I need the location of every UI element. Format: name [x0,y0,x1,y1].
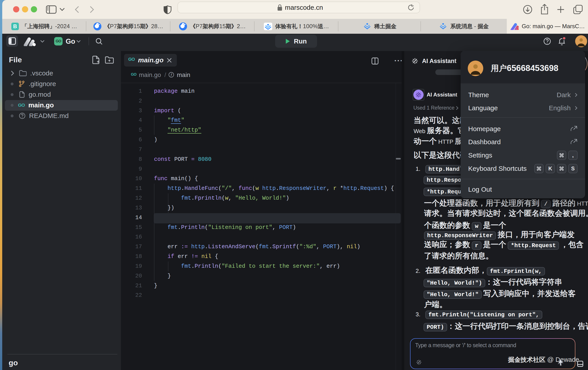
svg-text:f: f [171,73,172,77]
svg-text:B: B [13,23,17,29]
